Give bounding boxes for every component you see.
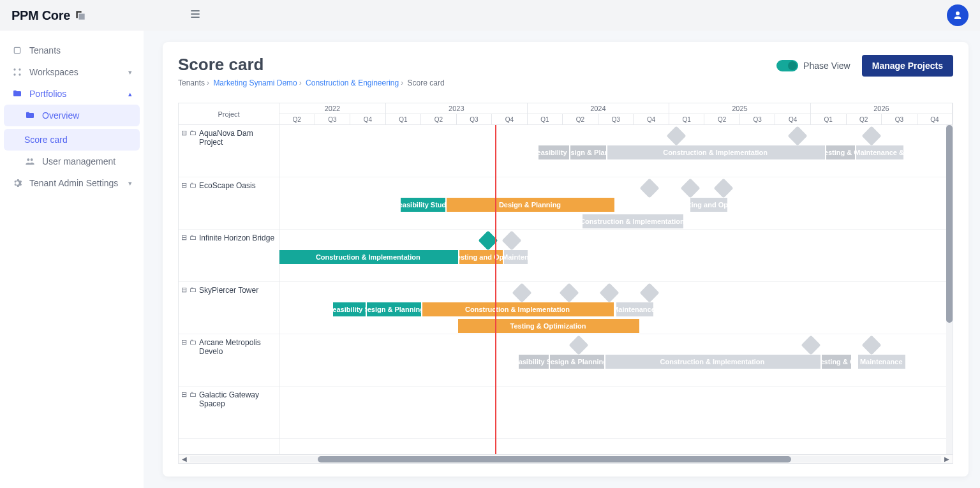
milestone-diamond[interactable] [512, 283, 531, 302]
sidebar-item-label: Overview [42, 110, 79, 121]
phase-view-label: Phase View [803, 61, 850, 71]
gantt-project-header: Project [179, 103, 279, 125]
sidebar-item-portfolios[interactable]: Portfolios ▴ [4, 83, 140, 105]
sidebar-item-label: Score card [24, 135, 68, 145]
person-icon [952, 10, 963, 21]
horizontal-scrollbar[interactable]: ◀ ▶ [179, 454, 953, 463]
breadcrumb-item[interactable]: Construction & Engineering [306, 78, 399, 87]
sidebar-item-label: Workspaces [29, 67, 78, 77]
brand-logo-icon [74, 9, 87, 22]
gantt-lane: Feasibility SDesign & PlanningConstructi… [279, 282, 953, 334]
collapse-icon[interactable]: ⊟ [181, 338, 187, 346]
gantt-quarter-cell: Q3 [882, 114, 917, 124]
breadcrumb-item: Score card [408, 78, 445, 87]
phase-bar[interactable]: Maintenance [616, 302, 653, 316]
phase-bar[interactable]: Maintenance [858, 355, 905, 369]
main: Score card Tenants› Marketing Synami Dem… [144, 31, 980, 488]
sidebar-item-tenants[interactable]: Tenants [4, 40, 140, 61]
collapse-icon[interactable]: ⊟ [181, 390, 187, 399]
brand: PPM Core [11, 8, 87, 23]
phase-bar[interactable]: Testing and Opti [459, 250, 503, 264]
milestone-diamond[interactable] [714, 178, 734, 198]
phase-bar[interactable]: Maintenance & [856, 145, 903, 159]
phase-bar[interactable]: Construction & Implementation [583, 214, 683, 228]
phase-bar[interactable]: Feasibility S [538, 145, 568, 159]
collapse-icon[interactable]: ⊟ [181, 181, 187, 189]
milestone-diamond[interactable] [801, 335, 821, 355]
sidebar-item-label: Tenants [29, 45, 61, 55]
folder-icon: 🗀 [189, 233, 197, 241]
breadcrumb: Tenants› Marketing Synami Demo› Construc… [178, 78, 445, 87]
svg-rect-0 [14, 47, 20, 53]
phase-view-toggle[interactable] [776, 60, 798, 71]
phase-bar[interactable]: Design & Planning [367, 302, 420, 316]
gantt-project-row[interactable]: ⊟🗀Infinite Horizon Bridge [179, 230, 279, 282]
sidebar-item-overview[interactable]: Overview [4, 105, 140, 126]
vertical-scrollbar[interactable] [946, 125, 953, 454]
sidebar-item-admin-settings[interactable]: Tenant Admin Settings ▾ [4, 172, 140, 194]
today-marker [495, 125, 496, 454]
sidebar-item-user-management[interactable]: User management [4, 151, 140, 172]
gantt-year-cell: 2023 [386, 103, 528, 114]
phase-bar[interactable]: Testing & O [826, 145, 855, 159]
milestone-diamond[interactable] [788, 126, 808, 145]
gantt-project-row[interactable]: ⊟🗀AquaNova Dam Project [179, 125, 279, 177]
milestone-diamond[interactable] [599, 283, 619, 302]
gantt-project-row[interactable]: ⊟🗀Galactic Gateway Spacep [179, 387, 279, 439]
phase-bar[interactable]: Design & Planning [550, 355, 604, 369]
milestone-diamond[interactable] [640, 283, 660, 302]
project-name: EcoScape Oasis [199, 181, 256, 190]
collapse-icon[interactable]: ⊟ [181, 129, 187, 137]
phase-bar[interactable]: Construction & Implementation [605, 355, 821, 369]
phase-bar[interactable]: Testing & O [822, 355, 850, 369]
gantt-quarter-cell: Q2 [704, 114, 740, 124]
collapse-icon[interactable]: ⊟ [181, 233, 187, 242]
chevron-down-icon: ▾ [128, 179, 132, 188]
collapse-icon[interactable]: ⊟ [181, 286, 187, 294]
milestone-diamond[interactable] [667, 126, 687, 145]
gantt-project-row[interactable]: ⊟🗀Arcane Metropolis Develo [179, 334, 279, 387]
phase-bar[interactable]: Construction & Implementation [279, 250, 458, 264]
milestone-diamond[interactable] [862, 126, 882, 145]
milestone-diamond[interactable] [680, 178, 700, 198]
manage-projects-button[interactable]: Manage Projects [862, 55, 953, 77]
milestone-diamond[interactable] [862, 335, 882, 355]
project-name: Galactic Gateway Spacep [199, 390, 276, 408]
gantt-lane: easibility SDesign & PlanningConstructio… [279, 334, 953, 387]
folder-icon: 🗀 [189, 338, 197, 346]
gantt-quarter-cell: Q1 [669, 114, 705, 124]
milestone-diamond[interactable] [559, 283, 579, 302]
phase-bar[interactable]: Design & Planning [447, 198, 615, 212]
gantt-quarter-cell: Q4 [350, 114, 386, 124]
milestone-diamond[interactable] [569, 335, 589, 355]
phase-bar[interactable]: Construction & Implementation [422, 302, 614, 316]
scroll-left-icon[interactable]: ◀ [179, 455, 190, 462]
gantt-quarter-row: Q2Q3Q4Q1Q2Q3Q4Q1Q2Q3Q4Q1Q2Q3Q4Q1Q2Q3Q4 [279, 114, 953, 125]
breadcrumb-item[interactable]: Marketing Synami Demo [213, 78, 297, 87]
gantt-lane: Construction & ImplementationTesting and… [279, 230, 953, 282]
phase-bar[interactable]: Feasibility Study [401, 198, 445, 212]
gantt-quarter-cell: Q1 [386, 114, 422, 124]
svg-point-2 [19, 68, 20, 70]
gantt-timeline[interactable]: Feasibility SDesign & PlannConstruction … [279, 125, 953, 454]
sidebar-item-scorecard[interactable]: Score card [4, 129, 140, 151]
gantt-quarter-cell: Q4 [492, 114, 528, 124]
phase-bar[interactable]: Mainten [504, 250, 528, 264]
scroll-right-icon[interactable]: ▶ [941, 455, 953, 462]
phase-bar[interactable]: Design & Plann [570, 145, 606, 159]
phase-bar[interactable]: easibility S [519, 355, 549, 369]
gantt-project-row[interactable]: ⊟🗀EcoScape Oasis [179, 177, 279, 230]
sidebar-item-label: User management [42, 156, 115, 166]
menu-toggle-icon[interactable] [189, 8, 202, 23]
milestone-diamond[interactable] [640, 178, 660, 198]
phase-bar[interactable]: Construction & Implementation [607, 145, 825, 159]
folder-icon: 🗀 [189, 286, 197, 293]
phase-bar[interactable]: Feasibility S [333, 302, 366, 316]
milestone-diamond[interactable] [501, 230, 521, 250]
phase-bar[interactable]: Testing and Optim [690, 198, 727, 212]
gantt-quarter-cell: Q1 [811, 114, 847, 124]
phase-bar[interactable]: Testing & Optimization [458, 319, 640, 333]
gantt-project-row[interactable]: ⊟🗀SkyPiercer Tower [179, 282, 279, 334]
user-avatar[interactable] [947, 4, 969, 26]
sidebar-item-workspaces[interactable]: Workspaces ▾ [4, 61, 140, 83]
